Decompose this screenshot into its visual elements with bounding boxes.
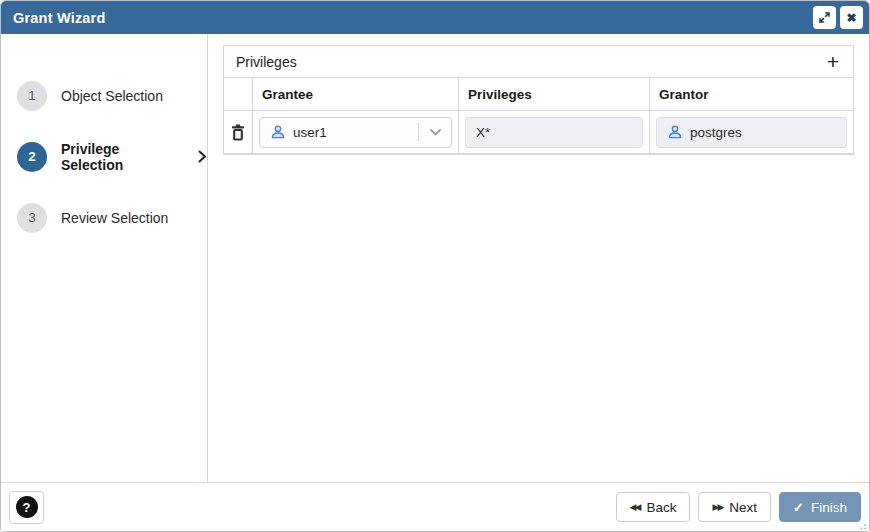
step-number-badge: 1 xyxy=(17,81,47,111)
grant-wizard-dialog: Grant Wizard ✖ 1 Object Selection 2 xyxy=(0,0,870,532)
titlebar-buttons: ✖ xyxy=(813,6,863,29)
chevron-right-icon xyxy=(198,150,207,163)
step-review-selection[interactable]: 3 Review Selection xyxy=(1,187,207,248)
close-button[interactable]: ✖ xyxy=(840,6,863,29)
panel-title: Privileges xyxy=(236,54,297,70)
trash-icon xyxy=(231,124,245,141)
grantor-cell: postgres xyxy=(649,111,853,153)
plus-icon: + xyxy=(827,50,839,73)
grantee-cell: user1 xyxy=(252,111,458,153)
grantee-selected-value: user1 xyxy=(293,125,411,140)
privileges-value: X* xyxy=(476,125,490,140)
privileges-panel-header: Privileges + xyxy=(224,46,853,78)
maximize-button[interactable] xyxy=(813,6,836,29)
add-privilege-button[interactable]: + xyxy=(825,51,841,72)
actions-column-header xyxy=(224,78,252,110)
next-button-label: Next xyxy=(729,500,757,515)
privileges-column-header: Privileges xyxy=(458,78,649,110)
wizard-steps-sidebar: 1 Object Selection 2 Privilege Selection… xyxy=(1,34,208,484)
finish-button-label: Finish xyxy=(811,500,847,515)
grantee-select[interactable]: user1 xyxy=(259,117,452,148)
help-button[interactable]: ? xyxy=(9,491,44,524)
close-icon: ✖ xyxy=(846,12,856,24)
grantor-value-field: postgres xyxy=(656,117,847,148)
dialog-body: 1 Object Selection 2 Privilege Selection… xyxy=(1,34,869,484)
footer-buttons: ◀◀ Back ▶▶ Next ✓ Finish xyxy=(616,492,861,522)
row-actions-cell xyxy=(224,111,252,153)
privileges-value-field[interactable]: X* xyxy=(465,117,643,148)
double-right-arrow-icon: ▶▶ xyxy=(712,502,722,512)
step-label: Review Selection xyxy=(61,210,168,226)
user-icon xyxy=(667,124,683,140)
step-label: Object Selection xyxy=(61,88,163,104)
user-icon xyxy=(270,124,286,140)
privileges-table-header: Grantee Privileges Grantor xyxy=(224,78,853,111)
help-icon: ? xyxy=(16,496,38,518)
privileges-cell: X* xyxy=(458,111,649,153)
back-button-label: Back xyxy=(646,500,676,515)
chevron-down-icon xyxy=(426,129,445,136)
check-icon: ✓ xyxy=(793,500,804,515)
dialog-footer: ? ◀◀ Back ▶▶ Next ✓ Finish xyxy=(1,482,869,531)
privilege-table-row: user1 X* xyxy=(224,111,853,154)
step-label: Privilege Selection xyxy=(61,141,178,173)
help-glyph: ? xyxy=(23,500,31,515)
dialog-title: Grant Wizard xyxy=(13,10,106,26)
step-number-badge: 3 xyxy=(17,203,47,233)
step-number-badge: 2 xyxy=(17,142,47,172)
finish-button[interactable]: ✓ Finish xyxy=(779,492,861,522)
next-button[interactable]: ▶▶ Next xyxy=(698,492,771,522)
step-object-selection[interactable]: 1 Object Selection xyxy=(1,65,207,126)
wizard-content: Privileges + Grantee Privileges Grantor xyxy=(208,34,869,484)
back-button[interactable]: ◀◀ Back xyxy=(616,492,691,522)
expand-icon xyxy=(818,11,831,24)
grantee-column-header: Grantee xyxy=(252,78,458,110)
grantor-column-header: Grantor xyxy=(649,78,853,110)
privileges-panel: Privileges + Grantee Privileges Grantor xyxy=(223,45,854,155)
resize-grip[interactable] xyxy=(857,519,867,529)
double-left-arrow-icon: ◀◀ xyxy=(630,502,640,512)
delete-row-button[interactable] xyxy=(229,122,247,143)
grantor-value: postgres xyxy=(690,125,742,140)
step-privilege-selection[interactable]: 2 Privilege Selection xyxy=(1,126,207,187)
titlebar[interactable]: Grant Wizard ✖ xyxy=(1,1,869,34)
select-separator xyxy=(418,123,419,141)
